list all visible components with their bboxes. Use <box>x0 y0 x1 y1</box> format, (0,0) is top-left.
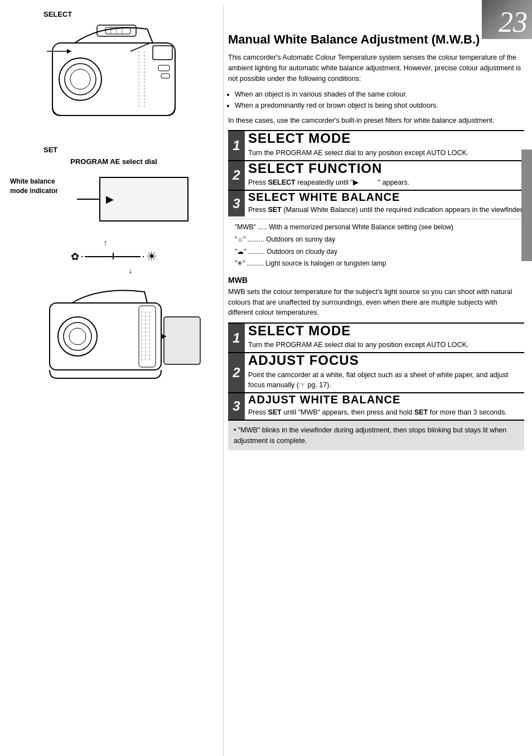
wb-mode-list: "MWB" ..... With a memorized personal Wh… <box>228 219 524 269</box>
indent-halogen: "✳" ......... Light source is halogen or… <box>235 258 524 270</box>
wb-play-icon: ▶ <box>106 193 114 205</box>
step5-number: 2 <box>228 353 245 392</box>
camera-svg-lower <box>22 286 206 409</box>
sun-left-icon: ✿ <box>71 251 79 263</box>
indent-mwb: "MWB" ..... With a memorized personal Wh… <box>235 221 524 234</box>
condition-2: When a predominantly red or brown object… <box>235 100 524 111</box>
svg-point-3 <box>70 69 90 89</box>
step5-heading: ADJUST FOCUS <box>248 353 524 368</box>
step6-block: 3 ADJUST WHITE BALANCE Press SET until "… <box>228 392 524 420</box>
condition-1: When an object is in various shades of t… <box>235 89 524 100</box>
step6-heading: ADJUST WHITE BALANCE <box>248 393 524 406</box>
step4-block: 1 SELECT MODE Turn the PROGRAM AE select… <box>228 322 524 352</box>
right-column: Manual White Balance Adjustment (M.W.B.)… <box>223 4 532 756</box>
sun-right-icon: ☀ <box>146 249 157 264</box>
step4-heading: SELECT MODE <box>248 324 524 338</box>
camera-svg-top <box>19 21 209 143</box>
mwb-title: MWB <box>228 276 524 285</box>
step2-heading: SELECT FUNCTION <box>248 161 524 176</box>
svg-rect-10 <box>158 65 170 71</box>
lower-camera-diagram <box>22 286 206 409</box>
step1-number: 1 <box>228 131 245 160</box>
intro-text: This camcorder's Automatic Colour Temper… <box>228 52 524 84</box>
page-title: Manual White Balance Adjustment (M.W.B.) <box>228 32 524 47</box>
main-layout: SELECT <box>0 0 532 756</box>
top-camera-diagram <box>19 21 209 143</box>
step6-number: 3 <box>228 393 245 420</box>
step2-content: SELECT FUNCTION Press SELECT reapeatedly… <box>245 161 524 190</box>
step3-heading: SELECT WHITE BALANCE <box>248 191 524 203</box>
set-bold-6a: SET <box>268 408 281 416</box>
mwb-description: MWB sets the colour temperature for the … <box>228 287 524 318</box>
svg-point-1 <box>59 58 101 100</box>
light-scale-section: ↑ ✿ ☀ ↓ <box>10 238 217 275</box>
svg-rect-20 <box>164 317 200 364</box>
svg-point-19 <box>69 328 86 345</box>
conditions-list: When an object is in various shades of t… <box>235 89 524 111</box>
wb-arrow: ▶ <box>77 177 188 221</box>
step1-heading: SELECT MODE <box>248 131 524 146</box>
step3-content: SELECT WHITE BALANCE Press SET (Manual W… <box>245 191 524 217</box>
note-box-text: • "MWB" blinks in the viewfinder during … <box>234 426 506 445</box>
indent-sunny: "☼" ......... Outdoors on sunny day <box>235 234 524 246</box>
right-tab <box>521 150 532 261</box>
step3-text: Press SET (Manual White Balance) until t… <box>248 203 524 217</box>
step3-number: 3 <box>228 191 245 217</box>
in-these-cases-text: In these cases, use the camcorder's buil… <box>228 115 524 126</box>
svg-point-2 <box>65 64 96 95</box>
select-bold: SELECT <box>268 179 295 186</box>
program-ae-label: PROGRAM AE select dial <box>10 157 217 166</box>
svg-rect-22 <box>139 306 156 367</box>
step2-text: Press SELECT reapeatedly until "▶ " appe… <box>248 176 524 190</box>
step2-number: 2 <box>228 161 245 190</box>
note-box: • "MWB" blinks in the viewfinder during … <box>228 420 524 451</box>
step4-number: 1 <box>228 324 245 352</box>
light-line: ✿ ☀ <box>16 249 212 264</box>
step6-content: ADJUST WHITE BALANCE Press SET until "MW… <box>245 393 524 420</box>
wb-label: White balance mode indicator <box>10 177 71 196</box>
scale-row: ↑ <box>16 238 212 247</box>
up-arrow-icon: ↑ <box>104 238 108 247</box>
svg-rect-0 <box>52 43 175 115</box>
svg-point-18 <box>64 322 91 350</box>
step1-block: 1 SELECT MODE Turn the PROGRAM AE select… <box>228 130 524 160</box>
step1-text: Turn the PROGRAM AE select dial to any p… <box>248 146 524 160</box>
step3-block: 3 SELECT WHITE BALANCE Press SET (Manual… <box>228 190 524 217</box>
wb-display-box: ▶ <box>99 177 188 221</box>
scale-bottom-row: ↓ <box>16 266 212 275</box>
set-bold-3: SET <box>268 206 281 214</box>
svg-rect-16 <box>50 303 161 370</box>
left-column: SELECT <box>0 4 223 756</box>
step4-content: SELECT MODE Turn the PROGRAM AE select d… <box>245 324 524 352</box>
svg-rect-11 <box>161 74 170 78</box>
svg-line-12 <box>130 43 150 51</box>
step5-block: 2 ADJUST FOCUS Point the camcorder at a … <box>228 352 524 392</box>
mwb-section: MWB MWB sets the colour temperature for … <box>228 276 524 318</box>
indent-cloudy: "☁" ......... Outdoors on cloudy day <box>235 246 524 258</box>
step5-text: Point the camcorder at a white, flat obj… <box>248 368 524 393</box>
step5-content: ADJUST FOCUS Point the camcorder at a wh… <box>245 353 524 392</box>
step2-block: 2 SELECT FUNCTION Press SELECT reapeated… <box>228 160 524 190</box>
set-bold-6b: SET <box>414 408 428 416</box>
step1-content: SELECT MODE Turn the PROGRAM AE select d… <box>245 131 524 160</box>
step6-text: Press SET until "MWB" appears, then pres… <box>248 406 524 420</box>
select-label: SELECT <box>43 10 217 18</box>
set-label: SET <box>43 146 217 154</box>
step4-text: Turn the PROGRAM AE select dial to any p… <box>248 338 524 352</box>
svg-rect-9 <box>153 46 172 60</box>
down-arrow-icon: ↓ <box>129 266 133 275</box>
wb-indicator-section: White balance mode indicator ▶ <box>10 177 217 221</box>
scale-line <box>85 256 141 257</box>
